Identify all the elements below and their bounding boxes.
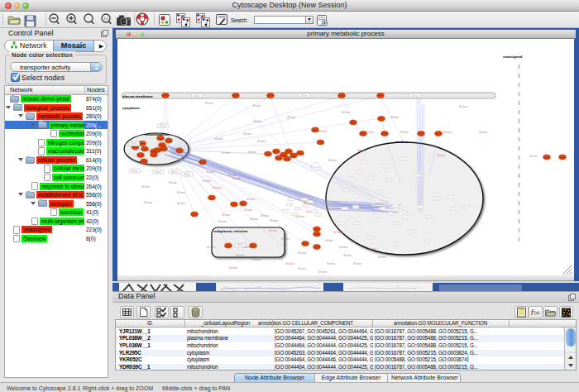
svg-text:GO:xxxx: GO:xxxx xyxy=(253,120,262,123)
svg-text:GO:xxx: GO:xxx xyxy=(200,161,206,163)
svg-text:GO:xxxx: GO:xxxx xyxy=(214,137,223,141)
svg-text:GO:xxx: GO:xxx xyxy=(419,132,424,134)
svg-text:GO:xxxx: GO:xxxx xyxy=(459,105,468,108)
svg-text:GO:xxx: GO:xxx xyxy=(138,154,144,155)
svg-text:GO:xxxx: GO:xxxx xyxy=(203,179,212,183)
svg-text:GO:xxxx: GO:xxxx xyxy=(328,159,337,162)
svg-text:GO:xxx: GO:xxx xyxy=(177,150,183,151)
svg-text:GO:xxxx: GO:xxxx xyxy=(177,202,186,205)
svg-text:GO:xxxx: GO:xxxx xyxy=(390,116,400,119)
svg-text:GO:xxxx: GO:xxxx xyxy=(368,247,377,251)
svg-text:GO:xxx: GO:xxx xyxy=(351,122,356,123)
svg-text:GO:xxxx: GO:xxxx xyxy=(213,186,222,189)
svg-text:GO:xxx: GO:xxx xyxy=(251,245,256,246)
svg-text:GO:xxx: GO:xxx xyxy=(303,242,309,244)
svg-text:GO:xxx: GO:xxx xyxy=(233,94,239,96)
svg-text:GO:xx: GO:xx xyxy=(171,170,178,174)
svg-text:GO:xxx: GO:xxx xyxy=(318,141,323,143)
svg-text:GO:xxx: GO:xxx xyxy=(276,157,282,159)
svg-text:cytoplasm: cytoplasm xyxy=(122,106,140,110)
svg-text:GO:xxx: GO:xxx xyxy=(166,140,172,141)
svg-text:GO:xxx: GO:xxx xyxy=(298,152,304,154)
svg-text:GO:xxxx: GO:xxxx xyxy=(357,149,366,152)
svg-text:GO:xxx: GO:xxx xyxy=(192,213,198,215)
svg-text:GO:xxxx: GO:xxxx xyxy=(343,254,352,257)
svg-text:GO:xxxx: GO:xxxx xyxy=(207,246,216,249)
svg-text:GO:xxxx: GO:xxxx xyxy=(353,262,362,265)
svg-text:GO:xxxx: GO:xxxx xyxy=(269,229,278,232)
svg-text:GO:xxxx: GO:xxxx xyxy=(325,239,334,242)
svg-text:GO:xxx: GO:xxx xyxy=(163,94,169,96)
svg-text:GO:xxx: GO:xxx xyxy=(151,154,157,155)
svg-text:GO:xxxx: GO:xxxx xyxy=(250,218,259,221)
svg-text:GO:xxx: GO:xxx xyxy=(132,146,138,148)
svg-text:nucleus: nucleus xyxy=(395,140,409,144)
svg-text:GO:xxx: GO:xxx xyxy=(142,148,148,150)
svg-text:GO:xxx: GO:xxx xyxy=(313,129,318,131)
svg-text:GO:xxxx: GO:xxxx xyxy=(318,270,328,274)
svg-text:GO:xxxx: GO:xxxx xyxy=(228,174,237,177)
svg-text:GO:xxxx: GO:xxxx xyxy=(366,131,375,134)
svg-text:GO:xxx: GO:xxx xyxy=(158,137,164,139)
svg-text:GO:xxxx: GO:xxxx xyxy=(206,170,215,174)
svg-text:GO:xx: GO:xx xyxy=(412,94,419,98)
svg-text:GO:xxxx: GO:xxxx xyxy=(342,111,351,114)
svg-text:1:1: 1:1 xyxy=(103,17,108,21)
svg-text:GO:xxxx: GO:xxxx xyxy=(298,267,307,270)
svg-text:endoplasmic reticulum: endoplasmic reticulum xyxy=(213,230,248,233)
svg-text:GO:xx: GO:xx xyxy=(131,142,137,146)
svg-text:GO:xxxx: GO:xxxx xyxy=(236,254,245,257)
svg-text:GO:xxx: GO:xxx xyxy=(268,94,274,96)
svg-text:GO:xxxx: GO:xxxx xyxy=(529,155,538,158)
svg-text:GO:xxxx: GO:xxxx xyxy=(229,266,238,270)
svg-text:GO:xxx: GO:xxx xyxy=(291,155,297,156)
svg-text:GO:xxx: GO:xxx xyxy=(274,151,280,152)
svg-text:GO:xxxx: GO:xxxx xyxy=(222,151,231,155)
svg-text:(x): (x) xyxy=(534,310,540,315)
svg-text:GO:xxxx: GO:xxxx xyxy=(261,214,270,218)
svg-text:GO:xxx: GO:xxx xyxy=(141,160,147,162)
svg-text:GO:xxxx: GO:xxxx xyxy=(218,220,227,223)
svg-text:GO:xxxx: GO:xxxx xyxy=(443,131,452,134)
svg-text:GO:xx: GO:xx xyxy=(184,173,190,176)
svg-text:unassigned: unassigned xyxy=(503,55,523,59)
svg-text:GO:xxxx: GO:xxxx xyxy=(169,181,178,184)
svg-text:GO:xxx: GO:xxx xyxy=(160,144,165,146)
svg-text:GO:xxx: GO:xxx xyxy=(209,197,215,198)
svg-text:GO:xxx: GO:xxx xyxy=(560,156,566,158)
svg-text:GO:xxxx: GO:xxxx xyxy=(205,102,214,105)
svg-text:GO:xxxx: GO:xxxx xyxy=(222,213,231,217)
svg-text:GO:xxx: GO:xxx xyxy=(544,156,550,158)
svg-text:GO:xxx: GO:xxx xyxy=(140,142,146,144)
svg-text:GO:xxxx: GO:xxxx xyxy=(246,198,256,201)
svg-text:GO:xxxx: GO:xxxx xyxy=(141,185,151,189)
svg-text:GO:xxxx: GO:xxxx xyxy=(177,191,186,194)
svg-text:GO:xxxx: GO:xxxx xyxy=(318,130,328,133)
svg-text:plasma membrane: plasma membrane xyxy=(122,94,153,98)
svg-text:GO:xx: GO:xx xyxy=(132,170,138,173)
svg-text:GO:xxx: GO:xxx xyxy=(241,203,246,204)
svg-text:GO:xxx: GO:xxx xyxy=(361,132,366,134)
svg-text:GO:xxx: GO:xxx xyxy=(378,94,384,96)
svg-text:GO:xxx: GO:xxx xyxy=(382,132,388,134)
svg-text:GO:xxx: GO:xxx xyxy=(232,203,237,205)
svg-text:GO:xx: GO:xx xyxy=(155,170,161,174)
svg-text:GO:xxxx: GO:xxxx xyxy=(400,131,409,134)
svg-text:GO:xxxx: GO:xxxx xyxy=(298,251,307,255)
svg-text:GO:xxxx: GO:xxxx xyxy=(327,262,336,265)
svg-text:GO:xxxx: GO:xxxx xyxy=(252,104,261,108)
svg-text:GO:xxxx: GO:xxxx xyxy=(232,177,242,180)
svg-text:GO:xxx: GO:xxx xyxy=(155,149,160,151)
svg-text:GO:xxxx: GO:xxxx xyxy=(333,231,342,234)
svg-text:GO:xx: GO:xx xyxy=(194,94,200,98)
svg-text:GO:xxx: GO:xxx xyxy=(161,148,167,150)
svg-text:GO:xxxx: GO:xxxx xyxy=(252,258,261,261)
svg-text:GO:xxx: GO:xxx xyxy=(379,117,385,119)
svg-text:mitochondrion: mitochondrion xyxy=(145,132,170,136)
svg-text:GO:xxx: GO:xxx xyxy=(266,153,271,155)
svg-text:GO:xx: GO:xx xyxy=(301,94,308,98)
svg-text:GO:xxxx: GO:xxxx xyxy=(287,116,296,119)
svg-text:GO:xxx: GO:xxx xyxy=(314,228,320,230)
svg-text:GO:xxx: GO:xxx xyxy=(436,132,442,134)
svg-text:GO:xxxx: GO:xxxx xyxy=(244,208,253,212)
